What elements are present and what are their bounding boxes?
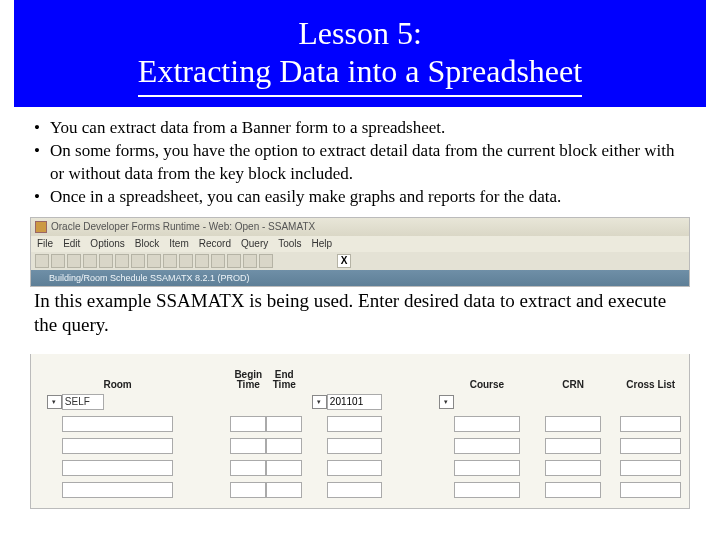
col-header-end: End Time [266,370,302,390]
toolbar-button[interactable] [259,254,273,268]
toolbar-button[interactable] [115,254,129,268]
example-caption: In this example SSAMATX is being used. E… [0,287,720,346]
grid-row: ▾ SELF ▾ 201101 ▾ [39,392,681,412]
toolbar-button[interactable] [131,254,145,268]
col-header-begin: Begin Time [230,370,266,390]
term-field[interactable] [327,438,382,454]
menu-item[interactable]: Options [90,238,124,249]
room-field[interactable] [62,416,174,432]
course-field[interactable] [454,416,520,432]
col-header-course: Course [454,379,520,390]
toolbar-button[interactable] [83,254,97,268]
cross-field[interactable] [620,438,681,454]
bullet-item: • On some forms, you have the option to … [34,140,686,186]
bullet-text: You can extract data from a Banner form … [50,117,686,140]
dropdown-icon[interactable]: ▾ [312,395,327,409]
term-field[interactable] [327,460,382,476]
menu-item[interactable]: Tools [278,238,301,249]
begin-field[interactable] [230,416,266,432]
room-field[interactable] [62,438,174,454]
window-title: Oracle Developer Forms Runtime - Web: Op… [51,221,315,232]
menu-item[interactable]: Item [169,238,188,249]
dropdown-icon[interactable]: ▾ [47,395,62,409]
menu-item[interactable]: File [37,238,53,249]
crn-field[interactable] [545,482,602,498]
bullet-item: • You can extract data from a Banner for… [34,117,686,140]
bullet-dot-icon: • [34,186,50,209]
toolbar-button[interactable] [195,254,209,268]
toolbar: X [31,252,689,270]
grid-row [39,458,681,478]
grid-row [39,414,681,434]
slide: Lesson 5: Extracting Data into a Spreads… [0,0,720,540]
col-header-crn: CRN [545,379,602,390]
menu-item[interactable]: Help [312,238,333,249]
menu-item[interactable]: Edit [63,238,80,249]
toolbar-button[interactable] [147,254,161,268]
course-field[interactable] [454,438,520,454]
begin-field[interactable] [230,482,266,498]
term-field[interactable] [327,482,382,498]
form-grid: Room Begin Time End Time Course CRN Cros… [30,354,690,509]
course-field[interactable] [454,482,520,498]
end-field[interactable] [266,416,302,432]
toolbar-button[interactable] [99,254,113,268]
toolbar-button[interactable] [35,254,49,268]
cross-field[interactable] [620,482,681,498]
form-title-bar: Building/Room Schedule SSAMATX 8.2.1 (PR… [31,270,689,286]
title-line-2: Extracting Data into a Spreadsheet [138,52,582,96]
cross-field[interactable] [620,460,681,476]
crn-field[interactable] [545,438,602,454]
begin-field[interactable] [230,438,266,454]
course-field[interactable] [454,460,520,476]
term-value: 201101 [330,396,363,407]
cross-field[interactable] [620,416,681,432]
room-field[interactable] [62,482,174,498]
end-field[interactable] [266,482,302,498]
title-line-1: Lesson 5: [34,14,686,52]
grid-header-row: Room Begin Time End Time Course CRN Cros… [39,364,681,390]
bullet-dot-icon: • [34,117,50,140]
window-titlebar: Oracle Developer Forms Runtime - Web: Op… [31,218,689,236]
crn-field[interactable] [545,460,602,476]
bullet-text: On some forms, you have the option to ex… [50,140,686,186]
menu-item[interactable]: Query [241,238,268,249]
banner-window-screenshot: Oracle Developer Forms Runtime - Web: Op… [30,217,690,287]
form-title-text: Building/Room Schedule SSAMATX 8.2.1 (PR… [49,273,249,283]
col-header-cross: Cross List [620,379,681,390]
grid-row [39,480,681,500]
grid-row [39,436,681,456]
bullet-dot-icon: • [34,140,50,186]
bullet-text: Once in a spreadsheet, you can easily ma… [50,186,686,209]
term-field[interactable] [327,416,382,432]
menu-item[interactable]: Record [199,238,231,249]
toolbar-button[interactable] [51,254,65,268]
menu-bar: File Edit Options Block Item Record Quer… [31,236,689,252]
title-band: Lesson 5: Extracting Data into a Spreads… [14,0,706,107]
toolbar-button[interactable] [211,254,225,268]
bullet-list: • You can extract data from a Banner for… [0,107,720,213]
end-field[interactable] [266,438,302,454]
app-icon [35,221,47,233]
toolbar-button[interactable] [179,254,193,268]
crn-field[interactable] [545,416,602,432]
bullet-item: • Once in a spreadsheet, you can easily … [34,186,686,209]
begin-field[interactable] [230,460,266,476]
toolbar-button[interactable] [227,254,241,268]
close-icon[interactable]: X [337,254,351,268]
col-header-room: Room [62,379,174,390]
toolbar-button[interactable] [243,254,257,268]
end-field[interactable] [266,460,302,476]
menu-item[interactable]: Block [135,238,159,249]
toolbar-button[interactable] [163,254,177,268]
room-field[interactable] [62,460,174,476]
toolbar-button[interactable] [67,254,81,268]
self-field[interactable]: SELF [62,394,104,410]
dropdown-icon[interactable]: ▾ [439,395,454,409]
term-field[interactable]: 201101 [327,394,382,410]
